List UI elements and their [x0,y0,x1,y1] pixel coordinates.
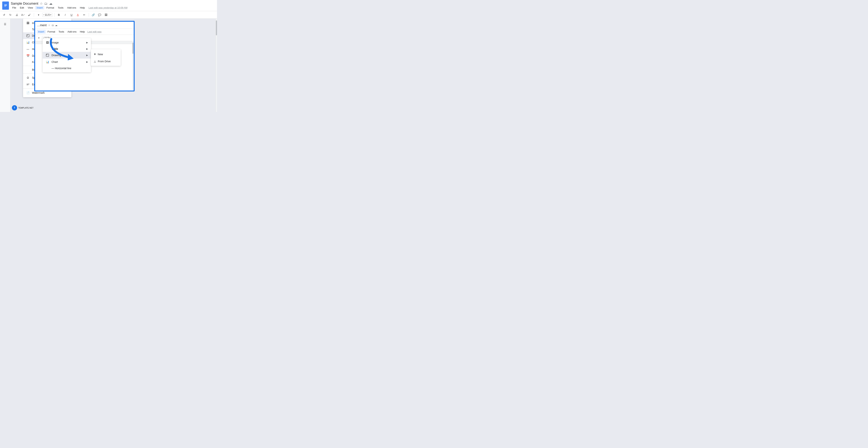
inner-chart-arrow: ▶ [86,61,88,63]
inner-topbar: …ment ☆ 🗂 ☁ [35,22,134,29]
menu-insert[interactable]: Insert [35,6,44,9]
inner-menu-image[interactable]: 🖼 Image ▶ [42,39,91,46]
inner-chart-icon: 📊 [45,60,49,64]
template-logo-letter: T [14,106,15,109]
inner-menu-help[interactable]: Help [78,30,86,34]
inner-table-item[interactable]: Table ▶ [42,46,91,52]
last-edit-text: Last edit was yesterday at 10:09 AM [89,6,128,9]
main-area: ☰ 🖼 Image ▶ Table Drawing [0,19,217,112]
underline-button[interactable]: U [69,12,74,18]
hline-icon: — [26,47,30,51]
from-drive-label: From Drive [98,60,111,63]
inner-last-edit: Last edit was [87,30,101,33]
font-size-control[interactable]: − 11.5 + [42,13,53,17]
drawing-icon [26,34,30,37]
menu-tools[interactable]: Tools [56,6,65,9]
menu-bar: File Edit View Insert Format Tools Add-o… [11,6,215,9]
svg-rect-8 [46,54,49,57]
inner-chart-item[interactable]: 📊 Chart ▶ [42,59,91,65]
print-button[interactable]: 🖨 [14,12,19,18]
cloud-icon[interactable]: ☁ [49,1,53,6]
main-scrollbar[interactable] [216,19,217,112]
plus-icon: + [94,52,96,56]
image-icon: 🖼 [26,21,30,25]
title-area: Sample Document ☆ 🗂 ☁ File Edit View Ins… [11,1,215,9]
inner-cloud-icon[interactable]: ☁ [55,24,58,27]
inner-table-arrow: ▶ [86,47,88,50]
inner-hline-item[interactable]: — Horizontal line [42,65,91,71]
toolbar-divider-2 [54,13,55,17]
toolbar: ↺ ↻ 🖨 A✓ 🖌 ▾ − 11.5 + B I U A ✏ 🔗 💬 🖼 [0,11,217,19]
drawing-submenu: + New △ From Drive [91,49,121,66]
italic-button[interactable]: I [63,12,68,18]
star-icon[interactable]: ☆ [40,1,43,6]
svg-rect-4 [27,34,29,37]
undo-button[interactable]: ↺ [1,12,7,18]
inner-scrollbar[interactable] [132,41,134,91]
inner-menu-format[interactable]: Format [46,30,57,34]
template-badge: T TEMPLATE.NET [12,105,33,110]
menu-help[interactable]: Help [79,6,87,9]
svg-point-9 [46,54,47,55]
inner-title-icons: ☆ 🗂 ☁ [48,24,58,27]
toolbar-divider-3 [89,13,89,17]
inner-image-icon: 🖼 [45,41,49,44]
image-button[interactable]: 🖼 [103,12,108,18]
doc-area: 🖼 Image ▶ Table Drawing 📊 Chart [10,19,216,112]
template-tld: .NET [29,107,33,109]
inner-drawing-icon [45,53,49,57]
font-size-value[interactable]: 11.5 [45,13,50,16]
inner-drawing-arrow: ▶ [86,54,88,57]
font-size-minus[interactable]: − [43,13,44,16]
menu-view[interactable]: View [26,6,34,9]
blue-overlay-box: …ment ☆ 🗂 ☁ Insert Format Tools Add-ons … [34,21,135,92]
date-icon: 📅 [26,54,30,58]
menu-addons[interactable]: Add-ons [66,6,78,9]
top-bar: Sample Document ☆ 🗂 ☁ File Edit View Ins… [0,0,217,11]
link-button[interactable]: 🔗 [91,12,96,18]
inner-drawing-item[interactable]: Drawing ▶ [42,52,91,59]
inner-dropdown-btn[interactable]: ▾ [37,36,41,40]
special-icon: Ω [26,76,30,79]
doc-title-text: Sample Document [11,2,38,6]
inner-insert-dropdown: 🖼 Image ▶ Table ▶ Drawing ▶ [42,38,91,72]
inner-doc-title: …ment [37,24,47,27]
chart-icon: 📊 [26,40,30,44]
menu-file[interactable]: File [11,6,18,9]
template-logo: T [12,105,17,110]
inner-image-arrow: ▶ [86,41,88,44]
svg-rect-1 [4,4,7,5]
comment-button[interactable]: 💬 [97,12,102,18]
font-size-plus[interactable]: + [50,13,52,16]
paint-format-button[interactable]: 🖌 [27,12,32,18]
zoom-dropdown[interactable]: ▾ [36,12,41,18]
toolbar-divider-1 [34,13,34,17]
inner-star-icon[interactable]: ☆ [48,24,51,27]
inner-menu-insert[interactable]: Insert [37,30,46,34]
new-drawing-button[interactable]: + New [91,51,121,58]
outline-button[interactable]: ☰ [3,22,8,27]
template-name-text: TEMPLATE [18,107,29,109]
drive-icon: △ [94,60,96,63]
text-color-button[interactable]: A [75,12,81,18]
inner-menu-tools[interactable]: Tools [57,30,66,34]
new-label: New [98,53,103,56]
inner-folder-icon[interactable]: 🗂 [52,24,54,27]
folder-icon[interactable]: 🗂 [44,2,48,6]
menu-format[interactable]: Format [45,6,56,9]
doc-title-row: Sample Document ☆ 🗂 ☁ [11,1,215,6]
menu-edit[interactable]: Edit [19,6,26,9]
inner-menubar: Insert Format Tools Add-ons Help Last ed… [35,29,134,35]
left-sidebar: ☰ [0,19,10,112]
highlight-button[interactable]: ✏ [82,12,87,18]
inner-scroll-thumb[interactable] [132,42,133,54]
doc-icon [2,1,9,10]
bold-button[interactable]: B [56,12,62,18]
from-drive-button[interactable]: △ From Drive [91,58,121,65]
scroll-thumb[interactable] [216,21,217,35]
svg-rect-3 [4,6,6,6]
redo-button[interactable]: ↻ [8,12,13,18]
spellcheck-button[interactable]: A✓ [21,12,26,18]
inner-menu-addons[interactable]: Add-ons [66,30,78,34]
title-icons: ☆ 🗂 ☁ [40,1,53,6]
